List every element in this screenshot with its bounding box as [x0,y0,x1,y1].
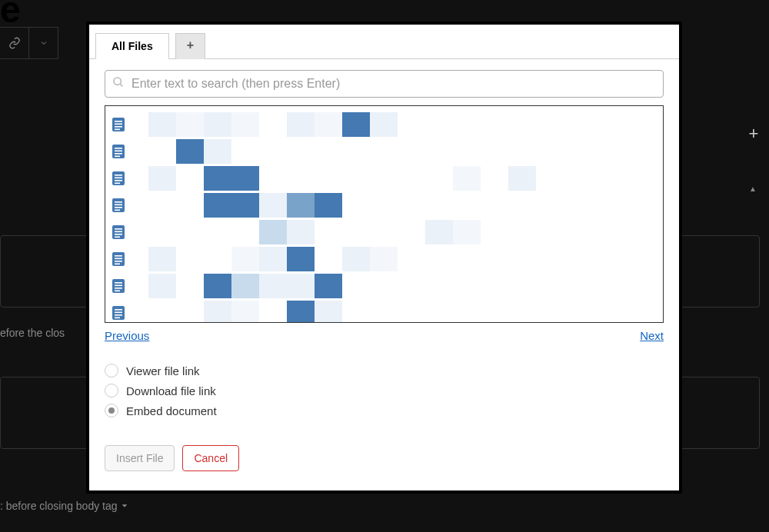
svg-rect-21 [115,207,122,208]
svg-rect-14 [115,175,122,176]
redacted-text [342,112,370,137]
svg-rect-10 [115,150,122,151]
svg-rect-22 [115,209,120,211]
file-row[interactable] [112,165,657,191]
svg-rect-4 [115,121,122,122]
svg-rect-40 [115,311,122,313]
redacted-text [148,247,176,271]
redacted-text [176,166,204,191]
redacted-text [148,301,176,324]
redacted-text [315,301,342,324]
redacted-text [287,166,453,191]
svg-rect-6 [115,126,122,128]
redacted-text [315,220,342,244]
redacted-text [204,301,231,324]
next-link[interactable]: Next [640,329,664,342]
svg-rect-16 [115,180,122,181]
redacted-text [370,112,398,137]
document-icon [112,251,125,267]
file-picker-modal: All Files + Previous Next Viewer file li… [86,22,682,494]
redacted-text [508,166,536,191]
document-icon [112,198,125,213]
redacted-text [148,112,176,137]
radio-embed-document[interactable] [105,404,118,417]
redacted-text [287,247,315,271]
document-icon [112,144,125,159]
redacted-text [259,193,287,218]
redacted-text [342,247,370,271]
svg-rect-15 [115,177,122,178]
radio-label-embed: Embed document [126,404,217,417]
redacted-text [176,139,204,164]
redacted-text [287,220,315,244]
redacted-text [425,220,453,244]
file-row[interactable] [112,272,657,299]
redacted-text [231,301,259,324]
redacted-text [204,166,259,191]
file-row[interactable] [112,299,657,323]
redacted-text [148,220,176,244]
redacted-text [148,166,176,191]
redacted-text [315,193,342,218]
file-row[interactable] [112,191,657,218]
previous-link[interactable]: Previous [105,329,149,342]
svg-rect-36 [115,288,122,289]
redacted-text [342,220,425,244]
file-list[interactable] [105,105,664,323]
document-icon [112,117,125,132]
redacted-text [204,193,259,218]
document-icon [112,171,125,186]
redacted-text [370,247,398,271]
svg-rect-27 [115,236,120,238]
svg-line-2 [120,84,122,86]
redacted-text [259,301,287,324]
redacted-text [204,139,231,164]
svg-rect-42 [115,317,120,318]
redacted-text [176,193,204,218]
redacted-text [453,220,481,244]
svg-rect-30 [115,258,122,259]
redacted-text [176,247,204,271]
backdrop-text: efore the clos [0,327,65,339]
redacted-text [176,220,204,244]
file-row[interactable] [112,245,657,272]
svg-rect-7 [115,128,120,130]
link-icon [0,27,29,59]
redacted-text [176,274,204,298]
redacted-text [176,301,204,324]
redacted-text [148,139,176,164]
svg-rect-39 [115,309,122,311]
redacted-text [176,112,204,137]
radio-download-link[interactable] [105,384,118,397]
add-button-backdrop: + [743,123,764,145]
svg-point-1 [114,78,121,85]
insert-file-button[interactable]: Insert File [105,445,175,471]
file-row[interactable] [112,218,657,245]
svg-rect-17 [115,182,120,184]
file-row[interactable] [112,111,657,138]
svg-rect-32 [115,263,120,264]
file-row[interactable] [112,138,657,165]
tab-add[interactable]: + [175,33,205,59]
svg-rect-41 [115,314,122,316]
redacted-text [204,112,231,137]
svg-rect-9 [115,148,122,149]
redacted-text [287,112,315,137]
svg-rect-37 [115,290,120,291]
redacted-text [231,112,259,137]
redacted-text [259,220,287,244]
search-input[interactable] [105,70,664,98]
redacted-text [148,193,176,218]
redacted-text [259,166,287,191]
redacted-text [315,247,342,271]
tab-all-files[interactable]: All Files [95,33,169,59]
redacted-text [315,274,342,298]
document-icon [112,305,125,321]
link-type-radio-group: Viewer file link Download file link Embe… [105,364,664,417]
cancel-button[interactable]: Cancel [182,445,239,471]
svg-rect-26 [115,234,122,235]
radio-viewer-link[interactable] [105,364,118,377]
redacted-text [204,220,259,244]
redacted-text [231,274,259,298]
radio-label-download: Download file link [126,384,216,397]
